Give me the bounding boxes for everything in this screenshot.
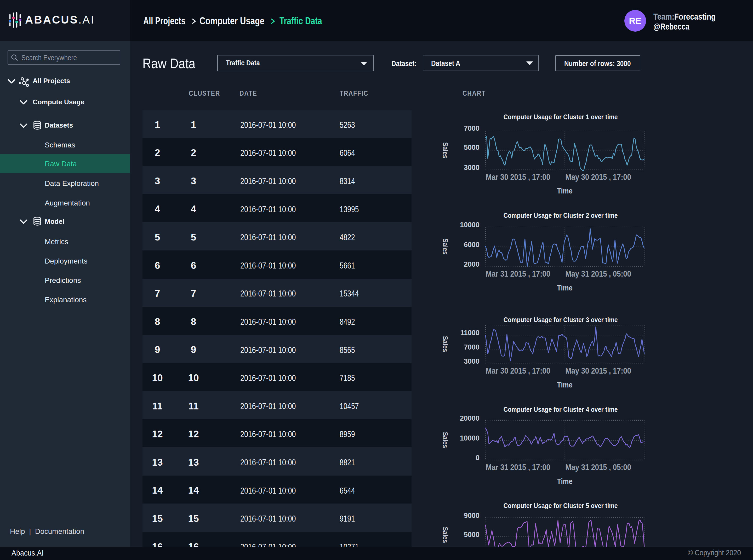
svg-text:Mar 30 2015 , 17:00: Mar 30 2015 , 17:00: [486, 173, 550, 181]
svg-text:5000: 5000: [464, 531, 479, 539]
svg-text:Time: Time: [557, 477, 573, 485]
svg-text:10000: 10000: [460, 221, 479, 229]
svg-text:Mar 31 2015 , 17:00: Mar 31 2015 , 17:00: [486, 463, 550, 472]
svg-text:Time: Time: [557, 186, 573, 195]
svg-text:Computer Usage for Cluster 1 o: Computer Usage for Cluster 1 over time: [503, 113, 618, 121]
svg-text:May 30 2015 , 17:00: May 30 2015 , 17:00: [565, 366, 631, 375]
svg-text:Computer Usage for Cluster 5 o: Computer Usage for Cluster 5 over time: [503, 502, 618, 509]
svg-text:May 31 2015 , 05:00: May 31 2015 , 05:00: [565, 269, 631, 278]
svg-text:Time: Time: [557, 380, 573, 389]
svg-text:6000: 6000: [464, 241, 479, 248]
svg-text:Sales: Sales: [441, 238, 450, 255]
svg-text:Computer Usage for Cluster 3 o: Computer Usage for Cluster 3 over time: [503, 316, 618, 324]
svg-text:Computer Usage for Cluster 4 o: Computer Usage for Cluster 4 over time: [503, 406, 618, 413]
svg-text:Sales: Sales: [441, 336, 450, 352]
svg-text:Computer Usage for Cluster 2 o: Computer Usage for Cluster 2 over time: [503, 212, 618, 219]
svg-text:Sales: Sales: [441, 432, 450, 448]
svg-text:Mar 31 2015 , 17:00: Mar 31 2015 , 17:00: [486, 269, 550, 278]
svg-text:9000: 9000: [464, 512, 479, 519]
svg-text:Sales: Sales: [441, 527, 450, 543]
svg-text:Time: Time: [557, 283, 573, 292]
svg-text:20000: 20000: [460, 414, 479, 422]
svg-text:Sales: Sales: [441, 142, 450, 158]
svg-text:3000: 3000: [464, 357, 479, 365]
svg-text:7000: 7000: [464, 124, 479, 132]
svg-text:2000: 2000: [464, 260, 479, 268]
svg-text:May 31 2015 , 05:00: May 31 2015 , 05:00: [565, 463, 631, 472]
svg-text:3000: 3000: [464, 164, 479, 172]
svg-text:10000: 10000: [460, 434, 479, 442]
svg-text:7000: 7000: [464, 343, 479, 351]
svg-text:11000: 11000: [460, 329, 479, 337]
svg-text:5000: 5000: [464, 143, 479, 152]
svg-text:May 30 2015 , 17:00: May 30 2015 , 17:00: [565, 173, 631, 181]
svg-text:0: 0: [476, 454, 479, 462]
svg-text:Mar 30 2015 , 17:00: Mar 30 2015 , 17:00: [486, 366, 550, 375]
